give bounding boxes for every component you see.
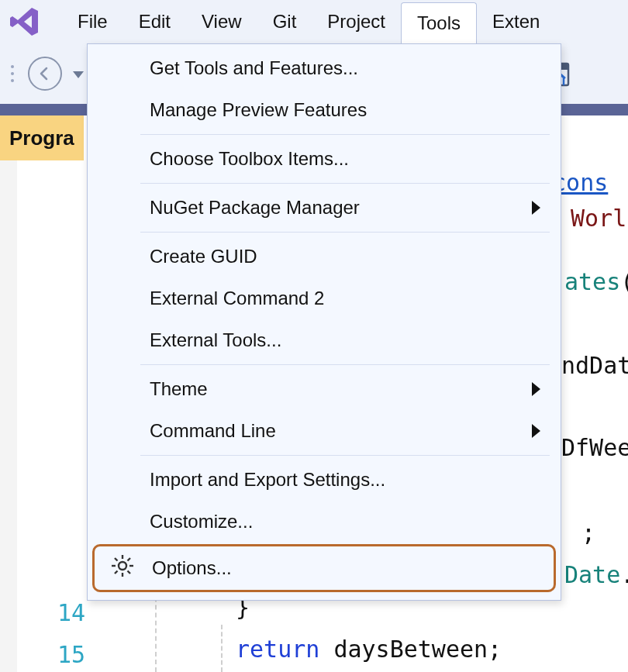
active-file-tab[interactable]: Progra [0,115,84,160]
menu-separator [140,232,550,233]
code-fragment: ates( [564,268,628,295]
file-tab-label: Progra [9,126,74,150]
svg-point-2 [119,562,126,570]
menubar: File Edit View Git Project Tools Exten [0,0,628,43]
menu-item-create-guid[interactable]: Create GUID [88,236,561,277]
menu-item-options[interactable]: Options... [92,544,556,592]
menu-separator [140,364,550,365]
menu-item-import-export-settings[interactable]: Import and Export Settings... [88,459,561,501]
code-line-15: return daysBetween; [236,636,502,663]
menu-item-label: Command Line [150,420,276,442]
menu-item-label: Manage Preview Features [150,99,367,121]
code-fragment: Worl [571,205,626,232]
submenu-arrow-icon [532,201,540,215]
menu-item-label: Import and Export Settings... [150,469,385,491]
line-number-column: 14 15 [47,592,85,672]
submenu-arrow-icon [532,424,540,438]
svg-line-7 [115,558,118,561]
menu-tools[interactable]: Tools [401,2,477,44]
menu-item-label: Get Tools and Features... [150,57,358,79]
menu-git[interactable]: Git [257,0,312,43]
menu-separator [140,455,550,456]
arrow-left-icon [37,66,53,81]
code-fragment: ndDat [561,352,628,379]
menu-separator [140,134,550,135]
line-number: 14 [47,592,85,634]
svg-line-9 [115,571,118,574]
svg-line-8 [128,571,131,574]
code-fragment: ; [581,519,595,546]
indent-guide [221,625,223,672]
menu-item-external-command-2[interactable]: External Command 2 [88,277,561,319]
code-fragment: Date. [564,561,628,588]
menu-item-label: External Command 2 [150,288,324,309]
menu-item-get-tools[interactable]: Get Tools and Features... [88,47,561,89]
line-number: 15 [47,634,85,672]
menu-item-manage-preview[interactable]: Manage Preview Features [88,89,561,131]
back-history-dropdown-icon[interactable] [73,71,84,78]
menu-item-label: Theme [150,378,208,400]
menu-item-label: Choose Toolbox Items... [150,148,349,170]
menu-item-label: NuGet Package Manager [150,197,360,219]
menu-file[interactable]: File [62,0,123,43]
menu-item-label: Customize... [150,511,253,532]
tools-dropdown-menu: Get Tools and Features... Manage Preview… [87,43,561,601]
menu-item-customize[interactable]: Customize... [88,501,561,543]
submenu-arrow-icon [532,382,540,396]
menu-item-theme[interactable]: Theme [88,368,561,410]
menu-item-label: External Tools... [150,329,281,351]
toolbar-grip-icon [9,58,17,89]
menu-item-external-tools[interactable]: External Tools... [88,319,561,361]
back-button[interactable] [28,57,62,91]
menu-item-label: Create GUID [150,246,257,267]
editor-gutter [0,160,17,672]
menu-view[interactable]: View [186,0,257,43]
menu-item-choose-toolbox[interactable]: Choose Toolbox Items... [88,138,561,180]
menu-edit[interactable]: Edit [123,0,186,43]
menu-extensions-truncated[interactable]: Exten [477,0,555,43]
menu-separator [140,183,550,184]
code-fragment: DfWee [561,434,628,461]
gear-icon [110,553,135,583]
menu-item-command-line[interactable]: Command Line [88,410,561,452]
svg-line-10 [128,558,131,561]
visual-studio-logo-icon [6,4,42,40]
menu-item-label: Options... [152,557,232,579]
menu-project[interactable]: Project [312,0,401,43]
menu-item-nuget[interactable]: NuGet Package Manager [88,187,561,229]
